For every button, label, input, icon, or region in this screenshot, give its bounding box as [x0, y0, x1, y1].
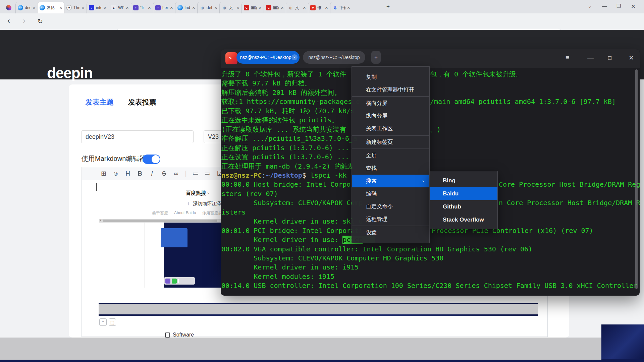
- menu-item-复制[interactable]: 复制: [352, 71, 429, 83]
- delete-attachment-button[interactable]: ⬚: [109, 318, 116, 326]
- browser-tab[interactable]: [2, 2, 15, 13]
- browser-tab[interactable]: Ind✕: [175, 2, 197, 13]
- cass-icon: [266, 5, 271, 10]
- terminal-maximize-button[interactable]: □: [608, 55, 611, 61]
- tab-close-icon[interactable]: ✕: [259, 6, 262, 10]
- submenu-item-bing[interactable]: Bing: [430, 174, 497, 187]
- deepin-icon: [177, 5, 183, 10]
- terminal-new-tab-button[interactable]: +: [371, 51, 381, 64]
- tab-close-icon[interactable]: ✕: [347, 6, 350, 10]
- submenu-item-baidu[interactable]: Baidu: [430, 187, 497, 200]
- tab-title: Len: [162, 5, 168, 10]
- back-button[interactable]: ‹: [7, 16, 10, 25]
- terminal-menu-icon[interactable]: ≡: [566, 54, 569, 61]
- terminal-close-button[interactable]: ✕: [629, 54, 634, 62]
- browser-tab[interactable]: “Ir✕: [131, 2, 153, 13]
- tab-title: 发帖: [47, 5, 58, 11]
- tab-close-icon[interactable]: ✕: [170, 6, 173, 10]
- link-icon[interactable]: ∞: [172, 170, 180, 177]
- terminal-tab-inactive[interactable]: nsz@nsz-PC: ~/Desktop: [303, 51, 365, 64]
- menu-item-自定义命令[interactable]: 自定义命令: [352, 200, 429, 213]
- ordered-list-icon[interactable]: ≕: [204, 170, 211, 177]
- browser-tab[interactable]: WP✕: [109, 2, 131, 13]
- menu-item-在文件管理器中打开[interactable]: 在文件管理器中打开: [352, 83, 429, 96]
- tab-close-icon[interactable]: ✕: [82, 6, 85, 10]
- browser-tab[interactable]: The✕: [64, 2, 87, 13]
- browser-tab[interactable]: inte✕: [87, 2, 109, 13]
- strikethrough-icon[interactable]: S: [160, 170, 168, 177]
- browser-tab[interactable]: 国家✕: [264, 2, 286, 13]
- menu-item-编码[interactable]: 编码: [352, 187, 429, 200]
- tab-close-icon[interactable]: ✕: [214, 6, 217, 10]
- new-tab-button[interactable]: +: [386, 3, 390, 10]
- terminal-line: 已下载 97.7 kB, 耗时 1秒 (70.7 kB/s: [221, 107, 355, 116]
- terminal-scrollbar[interactable]: [635, 69, 638, 289]
- tab-close-icon[interactable]: ✕: [303, 6, 306, 10]
- unordered-list-icon[interactable]: ≔: [192, 170, 199, 177]
- window-restore-button[interactable]: ❐: [616, 3, 621, 9]
- window-minimize-button[interactable]: —: [602, 3, 607, 9]
- browser-tab[interactable]: def✕: [197, 2, 219, 13]
- italic-icon[interactable]: I: [148, 170, 156, 177]
- menu-item-全屏[interactable]: 全屏: [352, 149, 429, 162]
- hot-rank-up-icon: ↑: [187, 201, 190, 206]
- browser-tab[interactable]: 发帖✕: [38, 2, 64, 13]
- tab-close-icon[interactable]: ✕: [104, 6, 107, 10]
- baidu-footer-link[interactable]: About Baidu: [174, 210, 196, 216]
- browser-tab[interactable]: 文✕: [219, 2, 241, 13]
- markdown-toggle[interactable]: [143, 155, 160, 164]
- menu-item-纵向分屏[interactable]: 纵向分屏: [352, 110, 429, 122]
- browser-tab[interactable]: 文✕: [286, 2, 308, 13]
- browser-tab[interactable]: 维✕: [308, 2, 330, 13]
- browser-tab[interactable]: 下载✕: [330, 2, 352, 13]
- baidu-footer-link[interactable]: 关于百度: [152, 210, 168, 216]
- deepin-icon: [18, 5, 23, 10]
- reload-button[interactable]: ↻: [38, 17, 43, 25]
- terminal-app-icon: >_: [225, 52, 237, 64]
- terminal-title-bar[interactable]: >_ nsz@nsz-PC: ~/Desktop ✕ nsz@nsz-PC: ~…: [221, 49, 640, 68]
- browser-tab[interactable]: 国家✕: [241, 2, 264, 13]
- menu-item-搜索[interactable]: 搜索›: [352, 175, 429, 187]
- tab-post-topic[interactable]: 发表主题: [86, 98, 114, 107]
- terminal-minimize-button[interactable]: —: [587, 54, 594, 61]
- browser-tab[interactable]: dee✕: [15, 2, 38, 13]
- menu-item-新建标签页[interactable]: 新建标签页: [352, 136, 429, 148]
- tab-close-icon[interactable]: ✕: [59, 6, 62, 10]
- tab-close-icon[interactable]: ✕: [148, 6, 151, 10]
- tab-post-poll[interactable]: 发表投票: [128, 98, 156, 107]
- tab-close-icon[interactable]: ✕: [192, 6, 195, 10]
- post-title-input[interactable]: deepinV23: [81, 130, 194, 143]
- toggle-knob: [152, 155, 160, 163]
- terminal-line: Kernel modules: i915: [221, 272, 334, 281]
- menu-item-关闭工作区[interactable]: 关闭工作区: [352, 122, 429, 135]
- tab-close-icon[interactable]: ✕: [325, 6, 328, 10]
- menu-item-设置[interactable]: 设置: [352, 226, 429, 239]
- tab-close-icon[interactable]: ✕: [281, 6, 284, 10]
- menu-item-横向分屏[interactable]: 横向分屏: [352, 97, 429, 110]
- purple-icon: [155, 5, 161, 10]
- edit-icon[interactable]: ⊞: [100, 170, 107, 177]
- window-close-button[interactable]: ✕: [631, 3, 636, 10]
- menu-item-远程管理[interactable]: 远程管理: [352, 213, 429, 226]
- terminal-line: Kernel driver in use: i915: [221, 263, 359, 272]
- terminal-line: Subsystem: CLEVO/KAPOK Computer HD Graph…: [221, 254, 443, 263]
- submenu-item-stack-overflow[interactable]: Stack Overflow: [430, 213, 497, 226]
- deepin-logo[interactable]: deepin: [47, 65, 93, 81]
- tab-close-icon[interactable]: ✕: [291, 54, 298, 60]
- emoji-icon[interactable]: ☺: [112, 170, 119, 177]
- bold-icon[interactable]: B: [136, 170, 144, 177]
- tab-close-icon[interactable]: ✕: [33, 6, 36, 10]
- browser-tab[interactable]: Len✕: [153, 2, 175, 13]
- forward-button[interactable]: ›: [23, 16, 25, 25]
- tab-list-dropdown-icon[interactable]: ⌄: [588, 3, 592, 9]
- tab-close-icon[interactable]: ✕: [236, 6, 239, 10]
- terminal-tab-active[interactable]: nsz@nsz-PC: ~/Desktop ✕: [236, 51, 300, 64]
- tab-close-icon[interactable]: ✕: [126, 6, 129, 10]
- collapse-attachment-button[interactable]: ⌃: [99, 318, 107, 326]
- submenu-item-github[interactable]: Github: [430, 200, 497, 213]
- heading-icon[interactable]: H: [124, 170, 131, 177]
- software-window-fragment-2: Software: [165, 332, 194, 338]
- menu-item-查找[interactable]: 查找: [352, 162, 429, 175]
- download-icon: [332, 5, 338, 10]
- search-engine-submenu: BingBaiduGithubStack Overflow: [430, 171, 498, 229]
